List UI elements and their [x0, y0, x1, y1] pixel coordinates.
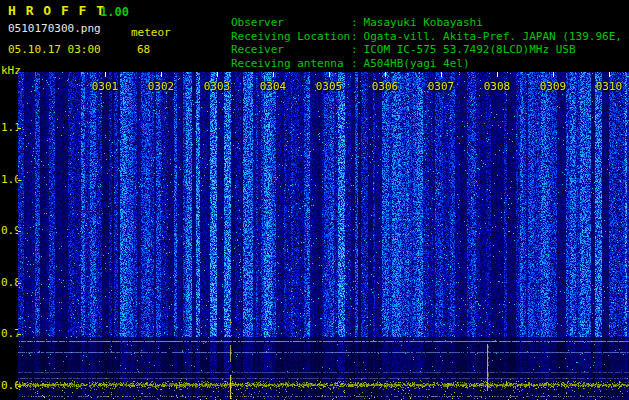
x-tick-0307: 0307: [428, 81, 455, 93]
spectrogram-plot: kHz 1.1 1.0 0.9 0.8 0.7 0.6 0301 0302 03…: [0, 72, 629, 400]
station-info: Observer:Masayuki Kobayashi Receiving Lo…: [178, 5, 629, 59]
info-separator: :: [351, 44, 358, 56]
hrofft-output: H R O F F T 1.00 0510170300.png meteor 0…: [0, 0, 629, 400]
x-tick-0310: 0310: [596, 81, 623, 93]
x-tick-0304: 0304: [260, 81, 287, 93]
x-tick-0309: 0309: [540, 81, 567, 93]
x-tick-0302: 0302: [148, 81, 175, 93]
info-separator: :: [351, 58, 358, 70]
info-label: Receiving antenna: [231, 58, 351, 70]
info-label: Observer: [231, 17, 351, 29]
info-separator: :: [351, 17, 358, 29]
output-filename: 0510170300.png: [8, 23, 101, 35]
info-label: Receiving Location: [231, 31, 351, 43]
app-title: H R O F F T: [8, 5, 105, 17]
app-version: 1.00: [100, 6, 129, 18]
info-value: Masayuki Kobayashi: [364, 16, 483, 29]
info-row-observer: Observer:Masayuki Kobayashi: [178, 5, 629, 19]
x-tick-0303: 0303: [204, 81, 231, 93]
info-value: Ogata-vill. Akita-Pref. JAPAN (139.96E, …: [364, 30, 629, 43]
x-tick-0305: 0305: [316, 81, 343, 93]
info-separator: :: [351, 31, 358, 43]
x-tick-0306: 0306: [372, 81, 399, 93]
observation-mode: meteor: [131, 27, 171, 39]
spectrogram-canvas: [18, 72, 629, 400]
observation-datetime: 05.10.17 03:00: [8, 44, 101, 56]
x-tick-0301: 0301: [92, 81, 119, 93]
x-tick-0308: 0308: [484, 81, 511, 93]
info-label: Receiver: [231, 44, 351, 56]
info-value: A504HB(yagi 4el): [364, 57, 470, 70]
info-value: ICOM IC-575 53.7492(8LCD)MHz USB: [364, 43, 576, 56]
echo-count: 68: [137, 44, 150, 56]
